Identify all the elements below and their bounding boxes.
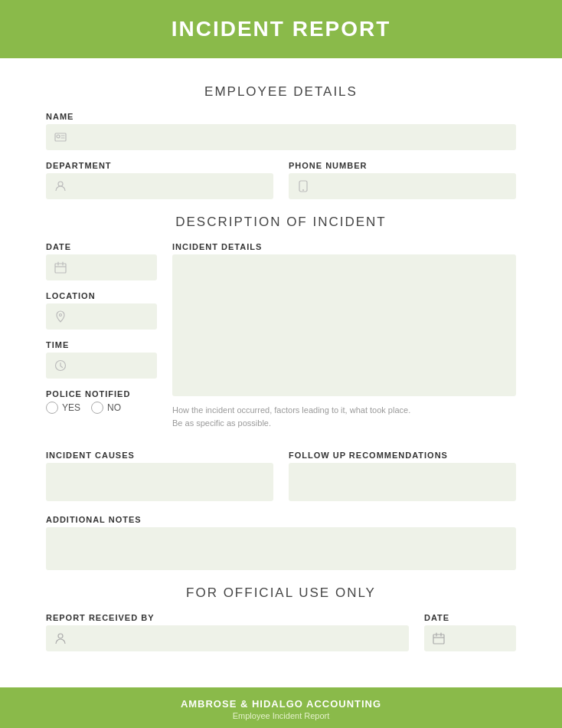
left-col: DATE LOCATION	[46, 242, 157, 440]
svg-point-8	[58, 634, 63, 638]
radio-no-circle	[91, 402, 103, 414]
page-title: INCIDENT REPORT	[0, 17, 562, 41]
incident-causes-group: INCIDENT CAUSES	[46, 451, 273, 504]
location-label: LOCATION	[46, 291, 157, 300]
official-date-input[interactable]	[424, 625, 516, 651]
received-person-icon	[54, 631, 67, 645]
calendar-icon	[54, 261, 67, 274]
official-date-label: DATE	[424, 613, 516, 622]
footer-subtitle: Employee Incident Report	[0, 711, 562, 720]
incident-details-textarea[interactable]	[172, 254, 516, 396]
police-yes-label: YES	[62, 402, 80, 413]
date-field-group: DATE	[46, 242, 157, 280]
description-title: DESCRIPTION OF INCIDENT	[46, 215, 516, 230]
clock-icon	[54, 359, 67, 372]
police-yes-option[interactable]: YES	[46, 402, 80, 414]
page-footer: AMBROSE & HIDALGO ACCOUNTING Employee In…	[0, 687, 562, 728]
incident-causes-label: INCIDENT CAUSES	[46, 451, 273, 460]
received-col: REPORT RECEIVED BY	[46, 613, 409, 651]
location-input[interactable]	[46, 303, 157, 330]
received-by-input[interactable]	[46, 625, 409, 651]
name-label: NAME	[46, 112, 516, 121]
incident-details-field-group: INCIDENT DETAILS How the incident occurr…	[172, 242, 516, 429]
name-input[interactable]	[46, 124, 516, 150]
date-label: DATE	[46, 242, 157, 251]
additional-notes-group: ADDITIONAL NOTES	[46, 515, 516, 573]
time-field-group: TIME	[46, 340, 157, 379]
dept-phone-row: DEPARTMENT PHONE NUMBER	[46, 161, 516, 199]
official-date-col: DATE	[424, 613, 516, 651]
official-use-title: FOR OFFICIAL USE ONLY	[46, 585, 516, 601]
department-label: DEPARTMENT	[46, 161, 273, 170]
incident-details-hint: How the incident occurred, factors leadi…	[172, 404, 516, 429]
additional-notes-textarea[interactable]	[46, 527, 516, 570]
phone-icon	[296, 179, 310, 193]
causes-followup-row: INCIDENT CAUSES FOLLOW UP RECOMMENDATION…	[46, 451, 516, 504]
received-by-label: REPORT RECEIVED BY	[46, 613, 409, 622]
description-layout: DATE LOCATION	[46, 242, 516, 440]
employee-details-title: EMPLOYEE DETAILS	[46, 84, 516, 100]
official-calendar-icon	[432, 631, 446, 645]
svg-rect-5	[55, 264, 66, 273]
phone-field-group: PHONE NUMBER	[289, 161, 516, 199]
police-notified-field-group: POLICE NOTIFIED YES NO	[46, 389, 157, 414]
svg-rect-9	[433, 635, 444, 644]
police-radio-group: YES NO	[46, 402, 157, 414]
svg-point-4	[302, 189, 304, 191]
date-input[interactable]	[46, 254, 157, 280]
svg-point-2	[58, 182, 63, 186]
svg-point-1	[57, 135, 60, 138]
svg-point-6	[60, 314, 62, 316]
time-input[interactable]	[46, 353, 157, 379]
follow-up-group: FOLLOW UP RECOMMENDATIONS	[289, 451, 516, 504]
police-no-option[interactable]: NO	[91, 402, 121, 414]
police-no-label: NO	[107, 402, 121, 413]
follow-up-textarea[interactable]	[289, 463, 516, 501]
person-icon	[54, 130, 67, 144]
page-header: INCIDENT REPORT	[0, 0, 562, 58]
department-field-group: DEPARTMENT	[46, 161, 273, 199]
radio-yes-circle	[46, 402, 58, 414]
department-input[interactable]	[46, 173, 273, 199]
incident-causes-textarea[interactable]	[46, 463, 273, 501]
main-content: EMPLOYEE DETAILS NAME DEPARTMENT	[0, 58, 562, 687]
incident-details-label: INCIDENT DETAILS	[172, 242, 516, 251]
police-notified-label: POLICE NOTIFIED	[46, 389, 157, 398]
official-row: REPORT RECEIVED BY DATE	[46, 613, 516, 651]
department-icon	[54, 179, 67, 193]
name-field-group: NAME	[46, 112, 516, 150]
time-label: TIME	[46, 340, 157, 349]
phone-input[interactable]	[289, 173, 516, 199]
phone-label: PHONE NUMBER	[289, 161, 516, 170]
location-field-group: LOCATION	[46, 291, 157, 330]
follow-up-label: FOLLOW UP RECOMMENDATIONS	[289, 451, 516, 460]
additional-notes-label: ADDITIONAL NOTES	[46, 515, 516, 524]
footer-company: AMBROSE & HIDALGO ACCOUNTING	[0, 698, 562, 710]
right-col: INCIDENT DETAILS How the incident occurr…	[172, 242, 516, 440]
location-icon	[54, 310, 67, 323]
